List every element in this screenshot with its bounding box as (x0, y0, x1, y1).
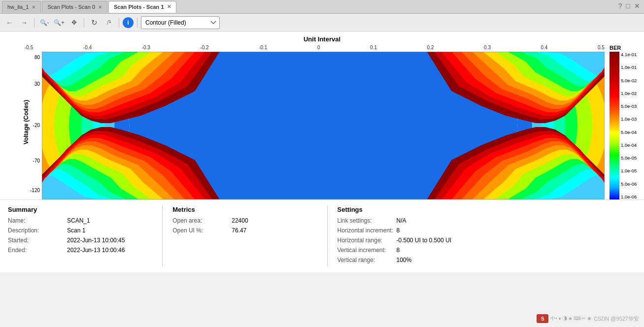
x-tick-0: -0.5 (25, 45, 33, 50)
legend-label-0: 4.1e-01 (621, 52, 637, 57)
settings-link-row: Link settings: N/A (338, 217, 627, 224)
settings-col: Settings Link settings: N/A Horizontal i… (327, 206, 637, 266)
x-tick-2: -0.3 (142, 45, 150, 50)
y-tick-minus120: -120 (30, 188, 40, 193)
tab-scan-1[interactable]: Scan Plots - Scan 1 ✕ (108, 1, 176, 13)
summary-title: Summary (8, 206, 152, 213)
legend-label-1: 1.0e-01 (621, 65, 637, 70)
summary-description-value: Scan 1 (67, 227, 85, 234)
plot-area-wrapper: Voltage (Codes) -0.5 -0.4 -0.3 -0.2 -0.1… (0, 45, 644, 199)
toolbar: ← → 🔍- 🔍+ ✥ ↻ ⭚ i Contour (Filled) Conto… (0, 14, 644, 32)
summary-section: Summary Name: SCAN_1 Description: Scan 1… (0, 199, 644, 272)
legend-label-8: 5.0e-05 (621, 155, 637, 161)
plot-type-dropdown[interactable]: Contour (Filled) Contour (Line) Surface … (141, 16, 220, 29)
summary-ended-value: 2022-Jun-13 10:00:46 (67, 247, 125, 254)
contour-plot[interactable] (42, 52, 605, 199)
tab-scan-0[interactable]: Scan Plots - Scan 0 ✕ (42, 1, 107, 13)
settings-v-increment-label: Vertical increment: (338, 247, 397, 254)
x-tick-10: 0.5 (598, 45, 605, 50)
summary-description-label: Description: (8, 227, 67, 234)
minimize-icon[interactable]: □ (626, 2, 630, 10)
legend-label-2: 5.0e-02 (621, 78, 637, 83)
legend-label-6: 5.0e-04 (621, 130, 637, 135)
x-tick-4: -0.1 (259, 45, 267, 50)
settings-link-label: Link settings: (338, 217, 397, 224)
legend-label-10: 5.0e-06 (621, 181, 637, 187)
summary-name-row: Name: SCAN_1 (8, 217, 152, 224)
summary-name-label: Name: (8, 217, 67, 224)
legend-labels: 4.1e-01 1.0e-01 5.0e-02 1.0e-02 5.0e-03 … (619, 52, 637, 199)
settings-v-range-label: Vertical range: (338, 257, 397, 263)
x-tick-8: 0.3 (484, 45, 491, 50)
summary-started-label: Started: (8, 237, 67, 244)
help-icon[interactable]: ? (618, 2, 622, 10)
settings-h-increment-value: 8 (397, 227, 400, 234)
legend-label-3: 1.0e-02 (621, 91, 637, 96)
summary-started-row: Started: 2022-Jun-13 10:00:45 (8, 237, 152, 244)
tab-close-scan1[interactable]: ✕ (167, 4, 171, 9)
plot-title: Unit Interval (0, 35, 644, 43)
fit-button[interactable]: ✥ (68, 16, 80, 29)
divider-1 (34, 18, 34, 28)
metrics-open-ui-label: Open UI %: (172, 227, 232, 234)
tab-label: hw_ila_1 (7, 4, 29, 10)
legend-label-4: 5.0e-03 (621, 103, 637, 109)
x-tick-1: -0.4 (83, 45, 92, 50)
divider-4 (137, 18, 137, 28)
summary-ended-label: Ended: (8, 247, 67, 254)
refresh-button[interactable]: ↻ (88, 16, 101, 29)
watermark-icon: S (537, 314, 548, 323)
zoom-in-button[interactable]: 🔍+ (53, 16, 66, 29)
settings-h-range-label: Horizontal range: (338, 237, 397, 244)
metrics-open-area-value: 22400 (232, 217, 248, 224)
summary-col: Summary Name: SCAN_1 Description: Scan 1… (8, 206, 162, 266)
settings-h-range-value: -0.500 UI to 0.500 UI (397, 237, 451, 244)
tab-label-scan1: Scan Plots - Scan 1 (114, 4, 164, 10)
main-area: Unit Interval Voltage (Codes) -0.5 -0.4 … (0, 32, 644, 272)
export-button[interactable]: ⭚ (102, 16, 115, 29)
metrics-title: Metrics (172, 206, 317, 213)
x-tick-9: 0.4 (541, 45, 548, 50)
maximize-icon[interactable]: ✕ (634, 2, 640, 10)
tab-hw_ila_1[interactable]: hw_ila_1 ✕ (2, 1, 41, 13)
metrics-open-area-label: Open area: (172, 217, 232, 224)
y-tick-80: 80 (34, 55, 40, 60)
back-button[interactable]: ← (3, 16, 16, 29)
plot-container: Unit Interval Voltage (Codes) -0.5 -0.4 … (0, 32, 644, 199)
tab-close-hw_ila_1[interactable]: ✕ (32, 4, 35, 10)
divider-3 (119, 18, 119, 28)
settings-link-value: N/A (397, 217, 407, 224)
legend-label-11: 1.0e-06 (621, 194, 637, 199)
settings-title: Settings (338, 206, 627, 213)
legend-label-5: 1.0e-03 (621, 116, 637, 122)
x-tick-7: 0.2 (427, 45, 434, 50)
summary-started-value: 2022-Jun-13 10:00:45 (67, 237, 125, 244)
x-tick-6: 0.1 (370, 45, 377, 50)
y-tick-30: 30 (34, 81, 40, 87)
watermark: S 中• ♦ ◑ ♣ ⌨ ✂ ★ CSDN @9527华安 (537, 314, 639, 323)
x-axis-ticks: -0.5 -0.4 -0.3 -0.2 -0.1 0 0.1 0.2 0.3 0… (25, 45, 605, 51)
tab-close-scan0[interactable]: ✕ (98, 4, 102, 10)
info-button[interactable]: i (123, 17, 134, 28)
y-tick-minus70: -70 (33, 158, 40, 164)
legend-gradient-bar (610, 52, 619, 199)
watermark-text: CSDN @9527华安 (594, 315, 639, 323)
legend-label-9: 1.0e-05 (621, 168, 637, 173)
contour-svg (42, 52, 605, 199)
watermark-icons-row: 中• ♦ ◑ ♣ ⌨ ✂ ★ (550, 315, 592, 322)
summary-ended-row: Ended: 2022-Jun-13 10:00:46 (8, 247, 152, 254)
tab-label-scan0: Scan Plots - Scan 0 (47, 4, 95, 10)
legend-title: BER (610, 45, 639, 51)
summary-description-row: Description: Scan 1 (8, 227, 152, 234)
x-tick-3: -0.2 (200, 45, 208, 50)
zoom-out-button[interactable]: 🔍- (38, 16, 51, 29)
settings-v-range-value: 100% (397, 257, 412, 263)
metrics-open-ui-value: 76.47 (232, 227, 246, 234)
metrics-open-area-row: Open area: 22400 (172, 217, 317, 224)
legend-bar-container: 4.1e-01 1.0e-01 5.0e-02 1.0e-02 5.0e-03 … (610, 52, 639, 199)
x-tick-5: 0 (317, 45, 320, 50)
plot-with-axes: -0.5 -0.4 -0.3 -0.2 -0.1 0 0.1 0.2 0.3 0… (25, 45, 605, 199)
tab-bar: hw_ila_1 ✕ Scan Plots - Scan 0 ✕ Scan Pl… (0, 0, 644, 14)
divider-2 (84, 18, 84, 28)
forward-button[interactable]: → (18, 16, 31, 29)
